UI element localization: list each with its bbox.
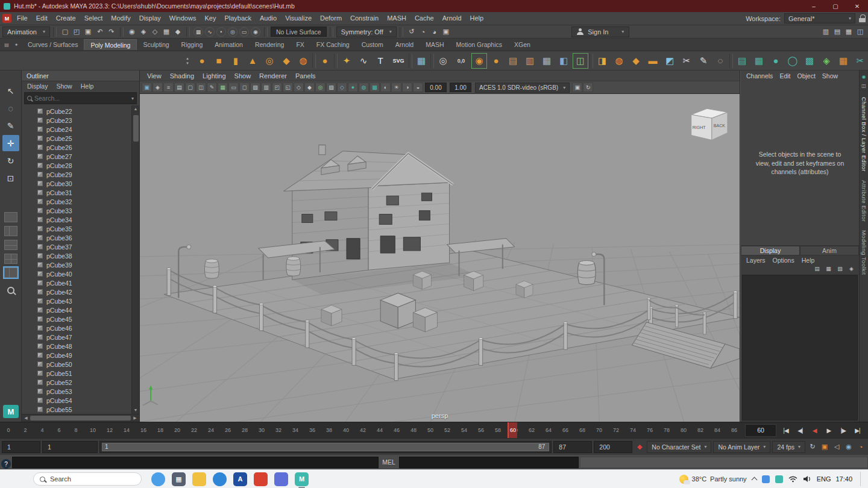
- menu-item[interactable]: Constrain: [346, 12, 383, 25]
- outliner-item[interactable]: pCube30: [22, 179, 139, 188]
- anim-layer-dropdown[interactable]: No Anim Layer▾: [713, 441, 770, 453]
- outliner-item[interactable]: pCube42: [22, 287, 139, 296]
- tray-app-icon-2[interactable]: [775, 475, 783, 483]
- outliner-menu-item[interactable]: Help: [81, 83, 94, 90]
- uv-cut-icon[interactable]: ✂: [852, 53, 868, 69]
- menu-item[interactable]: Audio: [256, 12, 281, 25]
- clock-widget[interactable]: ENG 17:40: [817, 475, 852, 483]
- undo-icon[interactable]: ↶: [95, 27, 105, 37]
- shelf-tab[interactable]: Motion Graphics: [450, 39, 508, 50]
- boards-icon[interactable]: ▥: [522, 53, 538, 69]
- textured-icon[interactable]: ▩: [370, 83, 380, 92]
- outliner-menu-item[interactable]: Show: [56, 83, 72, 90]
- bridge-icon[interactable]: ▬: [645, 53, 661, 69]
- shelf-tab[interactable]: Arnold: [389, 39, 420, 50]
- shelf-tab[interactable]: FX: [290, 39, 310, 50]
- step-forward-frame-button[interactable]: |▶: [836, 424, 850, 436]
- scrollbar-thumb[interactable]: [133, 115, 139, 142]
- uv-layout-icon[interactable]: ▩: [802, 53, 817, 69]
- outliner-item[interactable]: pCube23: [22, 116, 139, 125]
- select-hierarchy-icon[interactable]: ◉: [127, 27, 137, 37]
- uv-grid-icon[interactable]: ▦: [751, 53, 767, 69]
- lock-workspace-icon[interactable]: [859, 14, 866, 22]
- menu-item[interactable]: Visualize: [281, 12, 316, 25]
- highlight-selection-icon[interactable]: ◆: [172, 27, 183, 37]
- type-tool-icon[interactable]: T: [373, 53, 388, 69]
- redo-icon[interactable]: ↷: [106, 27, 117, 37]
- magnifier-icon[interactable]: [7, 287, 14, 294]
- layout-two-pane-side[interactable]: [4, 226, 17, 236]
- user-account-icon[interactable]: ◉: [860, 73, 867, 80]
- viewport-menu-item[interactable]: View: [143, 72, 165, 80]
- render-settings-icon[interactable]: ▣: [441, 27, 451, 37]
- outliner-item[interactable]: pCube55: [22, 405, 139, 414]
- quad-sphere-icon[interactable]: ●: [488, 53, 504, 69]
- viewport-menu-item[interactable]: Renderer: [256, 72, 291, 80]
- copilot-icon[interactable]: [151, 472, 165, 486]
- outliner-item[interactable]: pCube46: [22, 324, 139, 333]
- poly-torus-icon[interactable]: ◎: [262, 53, 277, 69]
- layer-options-icon[interactable]: ▤: [813, 264, 822, 273]
- save-scene-icon[interactable]: ▣: [83, 27, 93, 37]
- group-separator[interactable]: [186, 27, 190, 37]
- animation-start-field[interactable]: 1: [2, 441, 40, 453]
- new-anim-layer-icon[interactable]: ◈: [847, 264, 856, 273]
- range-slider-bar[interactable]: [102, 443, 549, 451]
- view-cube[interactable]: RIGHT BACK: [691, 108, 728, 140]
- shelf-tab[interactable]: Poly Modeling: [84, 39, 137, 50]
- snapshot-icon[interactable]: ▣: [572, 83, 582, 92]
- shelf-icon[interactable]: [729, 54, 733, 68]
- current-frame-marker[interactable]: 60: [508, 422, 517, 438]
- super-shape-icon[interactable]: ✦: [339, 53, 354, 69]
- sweep-mesh-icon[interactable]: ▦: [414, 53, 429, 69]
- scrollbar-thumb[interactable]: [30, 416, 131, 421]
- outliner-item[interactable]: pCube34: [22, 215, 139, 224]
- scroll-up-icon[interactable]: ▲: [134, 105, 138, 113]
- construction-history-icon[interactable]: ↺: [406, 27, 417, 37]
- outliner-item[interactable]: pCube50: [22, 360, 139, 369]
- outliner-item[interactable]: pCube27: [22, 152, 139, 161]
- playback-options-icon[interactable]: ◉: [843, 442, 854, 452]
- snap-curve-icon[interactable]: ∿: [205, 27, 215, 37]
- menu-item[interactable]: Modify: [107, 12, 134, 25]
- select-mask-icon[interactable]: ▦: [161, 27, 172, 37]
- wifi-icon[interactable]: [788, 475, 797, 483]
- shelf-up-icon[interactable]: ▴: [183, 56, 192, 61]
- sidebar-channelbox-icon[interactable]: ▥: [820, 27, 831, 37]
- paint-select-tool[interactable]: ✎: [2, 117, 19, 134]
- outliner-item[interactable]: pCube36: [22, 233, 139, 242]
- refresh-view-icon[interactable]: ↻: [583, 83, 593, 92]
- go-to-end-button[interactable]: ▶|: [851, 424, 864, 436]
- xray-icon[interactable]: ▨: [326, 83, 336, 92]
- group-separator[interactable]: [120, 27, 124, 37]
- scroll-right-icon[interactable]: ▶: [132, 416, 138, 421]
- group-separator[interactable]: [330, 27, 333, 37]
- menu-item[interactable]: File: [13, 12, 32, 25]
- two-d-pan-zoom-icon[interactable]: ◫: [196, 83, 206, 92]
- mute-icon[interactable]: ◁: [831, 442, 842, 452]
- outliner-item[interactable]: pCube49: [22, 351, 139, 360]
- file-explorer-icon[interactable]: [192, 472, 206, 486]
- bevel-icon[interactable]: ◆: [628, 53, 644, 69]
- sidebar-tool-settings-icon[interactable]: ▦: [843, 27, 854, 37]
- shelf-icon[interactable]: [409, 54, 412, 68]
- shelf-icon[interactable]: [430, 54, 434, 68]
- hidden-icons-chevron[interactable]: [751, 477, 757, 483]
- outliner-item[interactable]: pCube45: [22, 314, 139, 324]
- step-back-frame-button[interactable]: ◀|: [793, 424, 807, 436]
- character-set-dropdown[interactable]: No Character Set▾: [647, 441, 711, 453]
- menu-item[interactable]: Arnold: [438, 12, 466, 25]
- select-object-icon[interactable]: ◈: [138, 27, 149, 37]
- svg-tool-icon[interactable]: SVG: [389, 53, 407, 69]
- gamma-field[interactable]: 1.00: [450, 83, 471, 92]
- layout-outliner-persp[interactable]: [4, 267, 17, 278]
- outliner-search-input[interactable]: [34, 95, 129, 102]
- poly-cube-icon[interactable]: ■: [211, 53, 227, 69]
- show-desktop-button[interactable]: [860, 472, 862, 486]
- menu-item[interactable]: Create: [52, 12, 80, 25]
- screen-space-ao-icon[interactable]: ◒: [413, 83, 423, 92]
- outliner-vertical-scrollbar[interactable]: ▲ ▼: [131, 105, 139, 414]
- outliner-item[interactable]: pCube33: [22, 206, 139, 215]
- wireframe-icon[interactable]: ◇: [337, 83, 347, 92]
- uv-editor-icon[interactable]: ▦: [835, 53, 851, 69]
